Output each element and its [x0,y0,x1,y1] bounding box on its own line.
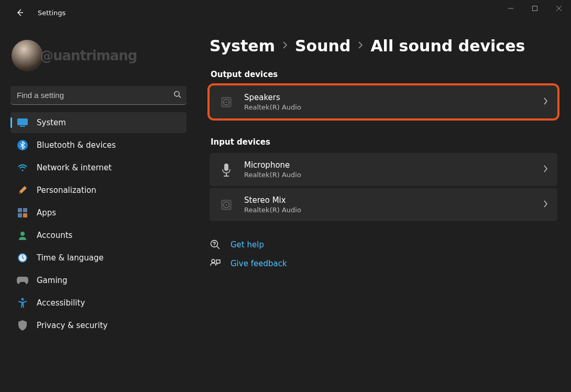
maximize-icon [532,6,537,11]
sidebar-item-label: Gaming [37,276,68,285]
sidebar-item-system[interactable]: System [10,112,186,133]
minimize-icon [508,6,513,11]
chevron-right-icon [282,41,288,51]
speaker-icon [219,95,234,110]
window-minimize-button[interactable] [499,0,523,17]
card-title: Speakers [244,93,543,102]
breadcrumb-system[interactable]: System [210,37,275,55]
sidebar-item-gaming[interactable]: Gaming [10,270,186,291]
microphone-icon [219,162,234,177]
sidebar-item-personalization[interactable]: Personalization [10,180,186,201]
svg-point-16 [225,101,227,103]
footer-links: Get help Give feedback [210,239,557,269]
feedback-icon [210,258,221,269]
svg-rect-2 [17,118,28,125]
sidebar-item-accessibility[interactable]: Accessibility [10,292,186,313]
gaming-icon [17,275,28,286]
chevron-right-icon [543,165,548,175]
svg-point-10 [20,232,25,236]
sidebar-item-bluetooth[interactable]: Bluetooth & devices [10,135,186,156]
search-icon [173,91,181,101]
card-body: Speakers Realtek(R) Audio [244,93,543,111]
sidebar-item-network[interactable]: Network & internet [10,157,186,178]
sidebar-item-accounts[interactable]: Accounts [10,225,186,246]
search-input[interactable] [10,86,186,105]
sidebar-item-privacy[interactable]: Privacy & security [10,315,186,336]
get-help-link[interactable]: Get help [230,240,264,249]
svg-point-5 [22,170,24,171]
get-help-row: Get help [210,239,557,251]
svg-rect-9 [23,213,27,217]
card-subtitle: Realtek(R) Audio [244,206,543,214]
svg-point-25 [212,259,215,263]
svg-rect-17 [224,164,228,171]
chevron-right-icon [543,200,548,210]
sidebar-item-label: Apps [37,208,56,217]
card-title: Microphone [244,160,543,170]
sidebar-item-label: Accessibility [37,298,85,308]
wifi-icon [17,162,28,173]
svg-rect-0 [533,6,537,11]
window-title: Settings [38,9,65,17]
breadcrumb-current: All sound devices [370,37,525,55]
system-icon [17,117,28,128]
sidebar-item-label: Time & language [37,253,104,263]
accessibility-icon [17,297,28,309]
chevron-right-icon [543,97,548,107]
sidebar: @uantrimang System Bluetooth & devices [7,35,190,392]
search-wrap [10,86,186,105]
sidebar-item-label: Accounts [37,231,72,240]
profile-block[interactable]: @uantrimang [7,35,190,77]
sidebar-item-label: Personalization [37,186,96,195]
breadcrumb: System Sound All sound devices [210,37,557,55]
sidebar-item-label: Privacy & security [37,321,107,330]
sidebar-item-label: Network & internet [37,163,112,172]
svg-rect-6 [18,208,22,212]
account-icon [17,230,28,241]
sidebar-item-label: System [37,118,66,127]
output-devices-heading: Output devices [211,70,557,79]
close-icon [556,6,562,11]
device-card-speakers[interactable]: Speakers Realtek(R) Audio [210,85,557,118]
bluetooth-icon [17,139,28,151]
give-feedback-row: Give feedback [210,258,557,269]
breadcrumb-sound[interactable]: Sound [295,37,350,55]
chevron-right-icon [358,41,363,51]
shield-icon [17,320,28,331]
sidebar-item-label: Bluetooth & devices [37,140,116,150]
window-close-button[interactable] [547,0,571,17]
svg-point-22 [225,204,227,205]
back-button[interactable] [9,2,30,23]
help-icon [210,239,221,251]
svg-rect-19 [224,176,229,177]
svg-point-24 [214,245,214,246]
card-title: Stereo Mix [244,195,543,205]
brush-icon [17,184,28,196]
window-controls [499,0,571,17]
card-subtitle: Realtek(R) Audio [244,171,543,179]
time-icon [17,252,28,264]
speaker-icon [219,198,234,212]
svg-rect-3 [20,126,25,127]
device-card-microphone[interactable]: Microphone Realtek(R) Audio [210,153,557,186]
svg-point-1 [174,91,179,96]
arrow-left-icon [16,8,24,17]
titlebar: Settings [0,0,571,25]
apps-icon [17,207,28,219]
card-body: Microphone Realtek(R) Audio [244,160,543,179]
avatar [12,40,43,71]
svg-rect-7 [23,208,27,212]
main-content: System Sound All sound devices Output de… [210,37,557,392]
input-devices-heading: Input devices [211,137,557,147]
sidebar-item-time[interactable]: Time & language [10,247,186,268]
device-card-stereomix[interactable]: Stereo Mix Realtek(R) Audio [210,188,557,221]
watermark-text: @uantrimang [40,48,137,63]
svg-rect-18 [226,173,227,176]
card-subtitle: Realtek(R) Audio [244,103,543,111]
give-feedback-link[interactable]: Give feedback [230,259,287,268]
svg-rect-8 [18,213,22,217]
sidebar-nav: System Bluetooth & devices Network & int… [7,112,190,336]
sidebar-item-apps[interactable]: Apps [10,202,186,223]
window-maximize-button[interactable] [523,0,547,17]
svg-point-13 [21,298,24,301]
